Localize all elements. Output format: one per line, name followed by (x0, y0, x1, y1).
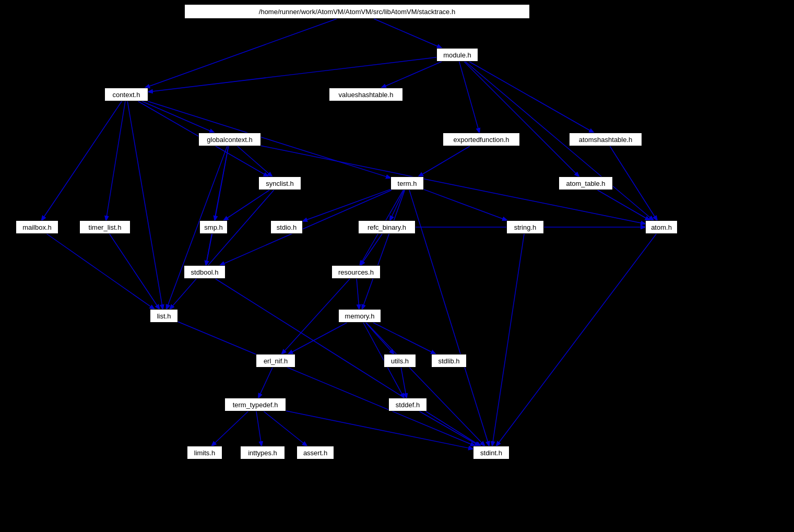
node-memory[interactable]: memory.h (338, 309, 381, 323)
node-valueshashtable[interactable]: valueshashtable.h (329, 88, 403, 101)
edge-smp-stdbool (206, 234, 212, 265)
edge-context-term (148, 101, 390, 178)
edge-context-list (127, 101, 163, 309)
node-stdlib[interactable]: stdlib.h (431, 354, 467, 368)
edge-context-mailbox (42, 101, 122, 220)
node-stdbool[interactable]: stdbool.h (184, 265, 226, 279)
node-globalcontext[interactable]: globalcontext.h (198, 133, 261, 146)
node-inttypes[interactable]: inttypes.h (240, 446, 285, 459)
node-atom[interactable]: atom.h (645, 220, 678, 234)
edge-erl_nif-term_typedef (258, 368, 272, 398)
edge-term-refc_binary (390, 190, 404, 220)
edge-atom-stdint (496, 234, 656, 446)
graph-container: /home/runner/work/AtomVM/AtomVM/src/libA… (0, 0, 794, 532)
node-stacktrace[interactable]: /home/runner/work/AtomVM/AtomVM/src/libA… (184, 4, 530, 19)
node-term[interactable]: term.h (390, 176, 424, 190)
node-erl_nif[interactable]: erl_nif.h (256, 354, 295, 368)
edge-module-atom_table (464, 62, 579, 176)
edge-atomshashtable-atom (610, 146, 657, 220)
edge-synclist-list (170, 190, 274, 309)
node-synclist[interactable]: synclist.h (258, 176, 301, 190)
edge-refc_binary-resources (361, 234, 382, 265)
node-timer_list[interactable]: timer_list.h (79, 220, 131, 234)
edge-string-stdint (492, 234, 524, 446)
node-mailbox[interactable]: mailbox.h (16, 220, 58, 234)
edge-memory-erl_nif (288, 323, 347, 354)
edge-term-string (424, 190, 507, 220)
edge-term_typedef-stdint (286, 411, 473, 449)
node-refc_binary[interactable]: refc_binary.h (358, 220, 416, 234)
edge-memory-utils (366, 323, 394, 354)
node-stdint[interactable]: stdint.h (473, 446, 509, 459)
node-exportedfunction[interactable]: exportedfunction.h (443, 133, 520, 146)
node-atom_table[interactable]: atom_table.h (559, 176, 613, 190)
edge-memory-stdint (366, 323, 485, 446)
edge-memory-stdlib (373, 323, 435, 354)
node-context[interactable]: context.h (104, 88, 148, 101)
edge-resources-memory (357, 279, 359, 309)
edge-term_typedef-inttypes (256, 411, 262, 446)
edge-synclist-smp (224, 190, 270, 220)
edge-stacktrace-context (145, 19, 337, 88)
edge-module-context (148, 57, 436, 92)
node-atomshashtable[interactable]: atomshashtable.h (569, 133, 642, 146)
edge-mailbox-list (47, 234, 155, 309)
edge-stddef-stdint (420, 411, 480, 446)
edge-context-globalcontext (142, 101, 214, 133)
node-module[interactable]: module.h (436, 48, 478, 62)
edge-exportedfunction-term (419, 146, 470, 176)
node-assert[interactable]: assert.h (297, 446, 334, 459)
node-smp[interactable]: smp.h (199, 220, 228, 234)
edge-list-stdint (178, 322, 475, 446)
node-term_typedef[interactable]: term_typedef.h (224, 398, 286, 411)
edge-term-memory (362, 190, 405, 309)
edge-term-stdio (303, 190, 390, 221)
edge-term_typedef-assert (264, 411, 307, 446)
node-resources[interactable]: resources.h (331, 265, 381, 279)
node-utils[interactable]: utils.h (384, 354, 416, 368)
edge-module-exportedfunction (459, 62, 480, 133)
edge-context-timer_list (106, 101, 125, 220)
node-string[interactable]: string.h (506, 220, 544, 234)
edge-module-atomshashtable (469, 62, 594, 133)
graph-svg (0, 0, 794, 532)
node-stdio[interactable]: stdio.h (270, 220, 303, 234)
edge-module-valueshashtable (382, 62, 442, 88)
edge-term_typedef-limits (212, 411, 248, 446)
edge-stacktrace-module (374, 19, 442, 48)
node-stddef[interactable]: stddef.h (388, 398, 427, 411)
node-list[interactable]: list.h (150, 309, 178, 323)
node-limits[interactable]: limits.h (187, 446, 222, 459)
